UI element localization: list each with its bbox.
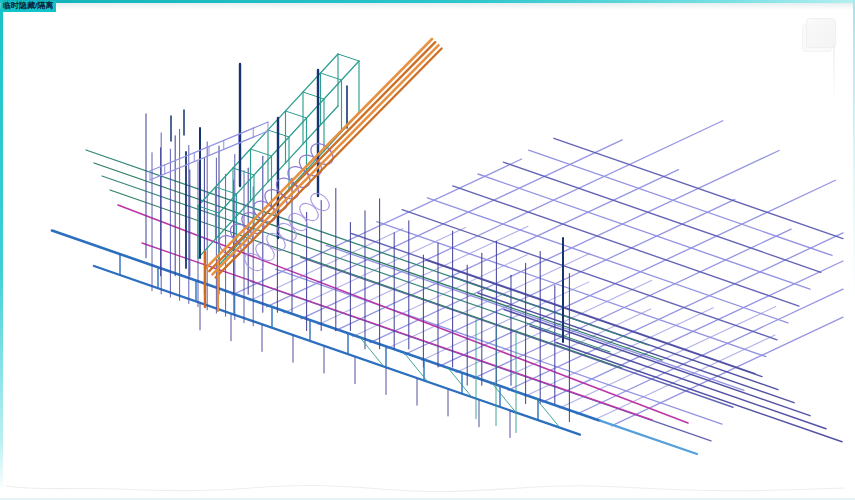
vertical-stirrups bbox=[146, 114, 569, 433]
isolate-frame-left bbox=[0, 0, 3, 492]
isolate-frame-top bbox=[0, 0, 855, 3]
viewcube-ghost-streak bbox=[833, 44, 835, 102]
rebar-wireframe-canvas[interactable] bbox=[0, 0, 855, 500]
bottom-artifact-line bbox=[6, 485, 845, 491]
viewcube-icon[interactable] bbox=[800, 14, 840, 54]
viewcube-front-face bbox=[806, 18, 836, 48]
temporary-hide-isolate-badge[interactable]: 临时隐藏/隔离 bbox=[1, 1, 56, 12]
revit-3d-viewport[interactable]: 临时隐藏/隔离 bbox=[0, 0, 855, 500]
